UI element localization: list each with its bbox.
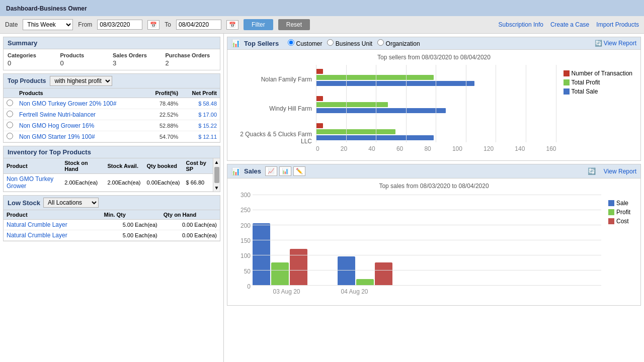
- low-stock-row-1: Natural Crumble Layer 5.00 Each(ea) 0.00…: [4, 230, 220, 241]
- ts-legend-sale: Total Sale: [564, 88, 632, 95]
- radio-business-unit[interactable]: [327, 39, 334, 46]
- from-calendar-button[interactable]: 📅: [147, 20, 159, 30]
- sales-x-label-1: 04 Aug 20: [320, 288, 388, 295]
- top-sellers-section: 📊 Top Sellers Customer Business Unit Org…: [227, 37, 641, 161]
- product-net-profit-3: $ 12.11: [181, 131, 220, 142]
- radio-customer[interactable]: [288, 39, 294, 46]
- sales-grid: [253, 195, 601, 285]
- date-select[interactable]: This Week: [23, 19, 73, 30]
- bar-chart-button[interactable]: 📊: [279, 166, 291, 176]
- inventory-header: Inventory for Top Products: [4, 146, 220, 158]
- inv-product-link-0[interactable]: Non GMO Turkey Grower: [7, 175, 53, 190]
- to-date-input[interactable]: [176, 20, 221, 30]
- summary-col-header-2: Sales Orders: [113, 52, 164, 58]
- ls-min-qty-1: 5.00 Each(ea): [101, 230, 160, 241]
- date-label: Date: [5, 21, 18, 28]
- ls-product-link-0[interactable]: Natural Crumble Layer: [7, 221, 67, 228]
- sales-view-report-link[interactable]: View Report: [604, 168, 636, 175]
- ls-th-qty-hand: Qty on Hand: [160, 210, 220, 220]
- summary-val-1: 0: [60, 59, 111, 67]
- sales-x-label-0: 03 Aug 20: [253, 288, 320, 295]
- product-link-1[interactable]: Fertrell Swine Nutri-balancer: [19, 111, 96, 118]
- ts-legend-profit: Total Profit: [564, 79, 632, 86]
- refresh-icon[interactable]: 🔄: [588, 167, 596, 175]
- low-stock-location-select[interactable]: All Locations: [43, 198, 99, 208]
- sales-legend-cost: Cost: [608, 218, 630, 225]
- sales-legend-cost-color: [608, 218, 614, 224]
- subscription-info-link[interactable]: Subscription Info: [499, 21, 543, 28]
- ts-grid-lines: [316, 65, 556, 142]
- ls-qty-hand-1: 0.00 Each(ea): [160, 230, 220, 241]
- product-row-0: Non GMO Turkey Grower 20% 100# 78.48% $ …: [4, 98, 220, 109]
- products-th-name: Products: [16, 88, 145, 98]
- ls-product-link-1[interactable]: Natural Crumble Layer: [7, 232, 67, 239]
- sales-chart: 0 50 100 150 200 250 300: [227, 192, 640, 305]
- inventory-scrollbar[interactable]: ▲ ▼: [213, 158, 220, 192]
- sales-chart-title: Top sales from 08/03/2020 to 08/04/2020: [227, 178, 640, 192]
- page-title: Dashboard-Business Owner: [6, 5, 87, 12]
- inv-th-qty-booked: Qty booked: [143, 158, 183, 174]
- product-radio-1[interactable]: [7, 111, 13, 117]
- summary-val-3: 2: [166, 59, 216, 67]
- create-case-link[interactable]: Create a Case: [550, 21, 589, 28]
- sales-y-axis: 0 50 100 150 200 250 300: [232, 192, 251, 290]
- radio-business-unit-label[interactable]: Business Unit: [327, 39, 372, 47]
- radio-customer-label[interactable]: Customer: [288, 39, 322, 47]
- top-bar: Date This Week From 📅 To 📅 Filter Reset …: [0, 16, 644, 34]
- radio-organization-label[interactable]: Organization: [377, 39, 420, 47]
- top-sellers-header: 📊 Top Sellers Customer Business Unit Org…: [227, 37, 640, 50]
- to-calendar-button[interactable]: 📅: [226, 20, 238, 30]
- product-radio-3[interactable]: [7, 133, 13, 139]
- edit-chart-button[interactable]: ✏️: [293, 166, 305, 176]
- product-link-2[interactable]: Non GMO Hog Grower 16%: [19, 122, 94, 129]
- top-sellers-icon: 📊: [231, 39, 240, 47]
- product-net-profit-0: $ 58.48: [181, 98, 220, 109]
- top-products-dropdown[interactable]: with highest profit: [50, 76, 112, 86]
- ts-legend-sale-color: [564, 88, 570, 95]
- product-profit-2: 52.88%: [145, 120, 181, 131]
- ts-legend-profit-color: [564, 79, 570, 85]
- product-link-3[interactable]: Non GMO Starter 19% 100#: [19, 133, 95, 140]
- sales-section: 📊 Sales 📈 📊 ✏️ 🔄 View Report Top sales f…: [227, 164, 641, 306]
- product-row-3: Non GMO Starter 19% 100# 54.70% $ 12.11: [4, 131, 220, 142]
- radio-organization[interactable]: [377, 39, 384, 46]
- low-stock-row-0: Natural Crumble Layer 5.00 Each(ea) 0.00…: [4, 220, 220, 230]
- product-profit-3: 54.70%: [145, 131, 181, 142]
- ts-y-label-0: Nolan Family Farm: [235, 67, 312, 92]
- product-radio-2[interactable]: [7, 122, 13, 128]
- from-label: From: [78, 21, 92, 28]
- from-date-input[interactable]: [97, 20, 142, 30]
- scroll-down-button[interactable]: ▼: [213, 184, 220, 192]
- filter-button[interactable]: Filter: [244, 19, 273, 30]
- ls-th-product: Product: [4, 210, 101, 220]
- ts-x-axis: 0 20 40 60 80 100 120 140 160: [316, 144, 556, 152]
- top-products-label: Top Products: [8, 77, 46, 84]
- top-sellers-view-report-link[interactable]: 🔄 View Report: [595, 40, 636, 47]
- inventory-section: Inventory for Top Products Product Stock…: [3, 146, 220, 192]
- to-label: To: [165, 21, 171, 28]
- ts-y-labels: Nolan Family Farm Windy Hill Farm 2 Quac…: [235, 65, 316, 152]
- inv-th-stock-avail: Stock Avail.: [104, 158, 143, 174]
- title-bar: Dashboard-Business Owner: [0, 0, 644, 16]
- product-link-0[interactable]: Non GMO Turkey Grower 20% 100#: [19, 100, 116, 107]
- sales-legend-sale: Sale: [608, 200, 630, 207]
- import-products-link[interactable]: Import Products: [596, 21, 639, 28]
- low-stock-section: Low Stock All Locations Product Min. Qty…: [3, 195, 220, 241]
- sales-chart-icons: 📈 📊 ✏️: [265, 166, 305, 176]
- scroll-up-button[interactable]: ▲: [213, 158, 220, 166]
- summary-col-header-0: Categories: [8, 52, 58, 58]
- reset-button[interactable]: Reset: [278, 19, 310, 30]
- products-th-net-profit: Net Profit: [181, 88, 220, 98]
- line-chart-button[interactable]: 📈: [265, 166, 277, 176]
- low-stock-label: Low Stock: [8, 199, 40, 207]
- ts-legend: Number of Transaction Total Profit Total…: [564, 65, 632, 152]
- product-radio-0[interactable]: [7, 100, 13, 106]
- inv-th-product: Product: [4, 158, 61, 174]
- ts-legend-transactions: Number of Transaction: [564, 70, 632, 77]
- sales-legend-profit-color: [608, 209, 614, 215]
- ts-legend-transactions-color: [564, 70, 570, 76]
- sales-header: 📊 Sales 📈 📊 ✏️ 🔄 View Report: [227, 164, 640, 178]
- inv-qty-booked-0: 0.00Each(ea): [143, 174, 183, 192]
- inventory-row-0: Non GMO Turkey Grower 2.00Each(ea) 2.00E…: [4, 174, 213, 192]
- summary-col-categories: Categories 0: [8, 52, 58, 67]
